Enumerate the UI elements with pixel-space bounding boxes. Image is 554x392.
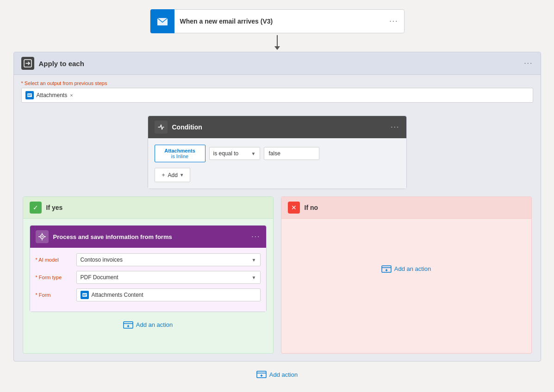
form-label: Form (36, 292, 73, 298)
select-output-section: Select an output from previous steps Att… (14, 75, 541, 108)
apply-each-icon (21, 57, 34, 70)
form-tag-text: Attachments Content (92, 292, 143, 298)
process-body: AI model Contoso invoices ▼ Form type (30, 248, 266, 312)
add-action-yes-label: Add an action (136, 321, 173, 328)
condition-more-button[interactable]: ··· (391, 123, 399, 131)
form-type-label: Form type (36, 275, 73, 280)
add-action-bottom-label: Add action (269, 371, 298, 378)
ai-model-select[interactable]: Contoso invoices ▼ (76, 253, 261, 266)
condition-add-row: ＋ Add ▼ (155, 168, 400, 182)
add-action-bottom-button[interactable]: Add action (256, 369, 298, 380)
condition-operator-label: is equal to (213, 150, 239, 157)
ai-model-value: Contoso invoices (81, 257, 123, 263)
condition-body: Attachments is Inline is equal to ▼ fals… (148, 138, 406, 189)
process-icon (36, 230, 49, 243)
form-type-select[interactable]: PDF Document ▼ (76, 271, 261, 284)
ai-model-row: AI model Contoso invoices ▼ (36, 253, 261, 266)
condition-icon (155, 121, 168, 134)
form-tag-icon (81, 291, 89, 299)
condition-operator-select[interactable]: is equal to ▼ (209, 147, 260, 160)
condition-row: Attachments is Inline is equal to ▼ fals… (155, 145, 400, 162)
branch-no-body: Add an action (281, 219, 531, 311)
branch-yes: ✓ If yes (23, 196, 274, 354)
select-output-label: Select an output from previous steps (21, 80, 533, 86)
condition-value-text: false (269, 150, 280, 157)
attachments-tag-text: Attachments (37, 92, 68, 98)
ai-model-chevron-icon: ▼ (252, 257, 256, 263)
apply-each-container: Apply to each ··· Select an output from … (13, 52, 541, 361)
attachments-tag-close[interactable]: × (70, 92, 73, 98)
condition-field-attachments[interactable]: Attachments is Inline (155, 145, 205, 162)
form-row: Form (36, 288, 261, 301)
attachments-tag-icon (25, 91, 34, 99)
select-output-input[interactable]: Attachments × (21, 88, 533, 103)
process-card: Process and save information from forms … (30, 225, 267, 312)
branches-row: ✓ If yes (23, 196, 532, 354)
branch-no: ✕ If no (281, 196, 532, 354)
condition-value-input[interactable]: false (264, 147, 319, 160)
svg-point-6 (41, 236, 43, 238)
condition-header: Condition ··· (148, 116, 406, 138)
trigger-card: When a new email arrives (V3) ··· (150, 9, 405, 33)
branch-yes-check-icon: ✓ (30, 202, 42, 214)
process-title: Process and save information from forms (53, 233, 252, 240)
arrow-connector (274, 35, 280, 50)
branch-no-x-icon: ✕ (288, 202, 300, 214)
condition-field-line2: is Inline (160, 153, 200, 159)
branch-yes-header: ✓ If yes (23, 197, 273, 219)
inner-flow: Condition ··· Attachments is Inline is e… (14, 108, 541, 361)
add-action-no-button[interactable]: Add an action (381, 263, 431, 274)
svg-rect-11 (82, 293, 87, 297)
add-chevron-icon: ▼ (180, 172, 184, 178)
add-action-bottom-icon (256, 369, 267, 380)
condition-card: Condition ··· Attachments is Inline is e… (148, 116, 407, 189)
form-type-value: PDF Document (81, 274, 118, 281)
condition-operator-chevron: ▼ (251, 151, 256, 156)
add-action-yes-icon (123, 319, 133, 330)
add-action-no-label: Add an action (394, 265, 431, 272)
condition-field-line1: Attachments (160, 148, 200, 153)
condition-add-button[interactable]: ＋ Add ▼ (155, 168, 190, 182)
svg-rect-2 (27, 93, 32, 97)
process-more-button[interactable]: ··· (251, 233, 260, 241)
add-action-yes-button[interactable]: Add an action (123, 319, 173, 330)
form-input-tag[interactable]: Attachments Content (76, 288, 261, 301)
form-type-row: Form type PDF Document ▼ (36, 271, 261, 284)
add-label: Add (168, 172, 178, 178)
apply-each-header: Apply to each ··· (14, 52, 541, 75)
apply-each-title: Apply to each (39, 60, 524, 67)
branch-yes-body: Process and save information from forms … (23, 219, 273, 336)
apply-each-more-button[interactable]: ··· (524, 59, 533, 67)
plus-icon: ＋ (161, 171, 166, 179)
trigger-more-button[interactable]: ··· (384, 17, 404, 25)
add-action-no-icon (381, 263, 392, 274)
condition-title: Condition (172, 123, 391, 131)
branch-no-header: ✕ If no (281, 197, 531, 219)
form-type-chevron-icon: ▼ (252, 275, 256, 280)
trigger-title: When a new email arrives (V3) (174, 18, 384, 25)
ai-model-label: AI model (36, 257, 73, 263)
trigger-icon (150, 9, 174, 33)
process-header: Process and save information from forms … (30, 226, 266, 248)
branch-yes-title: If yes (46, 204, 63, 211)
branch-no-title: If no (305, 204, 318, 211)
